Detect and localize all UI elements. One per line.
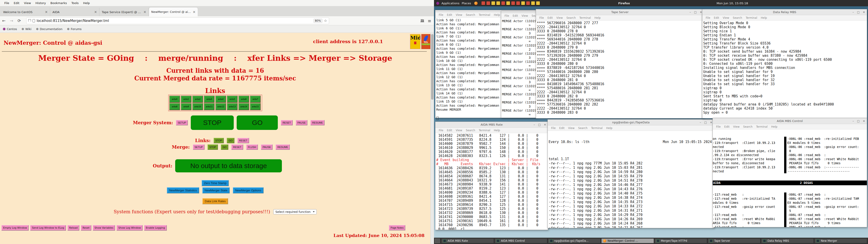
- terminal-menu-item[interactable]: Terminal: [754, 125, 769, 129]
- tray-app-icon[interactable]: [491, 1, 495, 5]
- merge-go-button[interactable]: GO: [221, 144, 228, 150]
- close-icon[interactable]: ✕: [544, 123, 546, 126]
- terminal-menu-item[interactable]: Edit: [723, 125, 731, 129]
- tab-close-icon[interactable]: ×: [193, 10, 195, 14]
- terminal-menu-item[interactable]: File: [503, 14, 510, 18]
- forward-icon[interactable]: →: [8, 18, 16, 23]
- terminal-menu-item[interactable]: Search: [464, 128, 477, 132]
- terminal-menu-item[interactable]: View: [454, 128, 464, 132]
- terminal-menu-item[interactable]: Edit: [445, 128, 454, 132]
- url-bar[interactable]: localhost:8115/NewMerger/NewMerger.tml 8…: [26, 18, 329, 24]
- menu-item[interactable]: Help: [81, 1, 92, 5]
- system-functions-select[interactable]: Select required function: [273, 209, 317, 214]
- terminal-menu-item[interactable]: Terminal: [578, 16, 592, 20]
- terminal-menu-item[interactable]: Terminal: [744, 16, 759, 20]
- taskbar-item[interactable]: AIDA MBS Rate: [441, 238, 494, 243]
- minimize-icon[interactable]: –: [700, 121, 701, 124]
- distro-menu-icon[interactable]: [436, 2, 439, 5]
- merger-reset-button[interactable]: RESET: [281, 120, 293, 125]
- terminal-menu-item[interactable]: Search: [565, 16, 577, 20]
- aida-link-button[interactable]: aida10: [193, 103, 203, 110]
- minimize-icon[interactable]: –: [852, 11, 854, 14]
- bookmark-documentation[interactable]: ⊕ Documentation: [36, 27, 62, 31]
- terminal-menu-item[interactable]: Help: [759, 16, 769, 20]
- merge-pause-button[interactable]: PAUSE: [261, 144, 273, 150]
- minimize-icon[interactable]: –: [852, 120, 854, 123]
- library-icon[interactable]: [421, 19, 424, 22]
- terminal-menu-item[interactable]: View: [555, 16, 564, 20]
- newmerger-state-button[interactable]: NewMerger State: [202, 187, 230, 193]
- log-control-button[interactable]: Show Log Window: [116, 225, 143, 231]
- hamburger-menu-icon[interactable]: ≡: [428, 18, 431, 23]
- menu-item[interactable]: Bookmarks: [49, 1, 69, 5]
- titlebar[interactable]: npg@aidas-gsi:/TapeData –□✕: [548, 120, 714, 125]
- tray-app-icon[interactable]: [526, 1, 530, 5]
- terminal-menu-item[interactable]: Edit: [445, 13, 454, 17]
- terminal-menu-item[interactable]: View: [732, 125, 741, 129]
- scrollbar-thumb[interactable]: [431, 34, 434, 100]
- shield-icon[interactable]: [28, 19, 31, 22]
- maximize-icon[interactable]: □: [857, 11, 860, 14]
- terminal-menu-item[interactable]: View: [721, 16, 731, 20]
- terminal-menu-item[interactable]: Help: [604, 126, 614, 130]
- merge-resume-button[interactable]: RESUME: [276, 144, 290, 150]
- menu-item[interactable]: View: [22, 1, 33, 5]
- aida-link-button[interactable]: aida14: [239, 103, 249, 110]
- taskbar-item[interactable]: npg@aidas-gsi:/TapeDa...: [548, 238, 600, 243]
- applications-menu[interactable]: Applications: [441, 2, 459, 5]
- terminal-menu-item[interactable]: Terminal: [590, 126, 604, 130]
- tray-app-icon[interactable]: [501, 1, 505, 5]
- log-control-button[interactable]: Empty Log Window: [1, 225, 29, 231]
- taskbar-item[interactable]: NewMerger: Control ...: [601, 238, 654, 243]
- menu-item[interactable]: File: [2, 1, 11, 5]
- back-icon[interactable]: ←: [0, 18, 8, 23]
- taskbar-item[interactable]: Data Relay MBS: [761, 238, 814, 243]
- maximize-icon[interactable]: □: [857, 120, 860, 123]
- titlebar[interactable]: Tape Server –□✕: [536, 9, 704, 15]
- terminal-menu-item[interactable]: View: [454, 13, 464, 17]
- aida-link-button[interactable]: aida5: [227, 96, 238, 102]
- titlebar[interactable]: Data Relay MBS –□✕: [702, 9, 867, 15]
- terminal-menu-item[interactable]: File: [704, 16, 712, 20]
- aida-link-button[interactable]: aida6: [239, 96, 249, 102]
- minimize-icon[interactable]: –: [690, 11, 691, 14]
- taskbar-item[interactable]: New Merger: [814, 238, 867, 243]
- browser-tab[interactable]: Welcome to CentOS×: [1, 8, 50, 16]
- browser-tab[interactable]: Tape Service (Expert) @ aidas×: [99, 8, 149, 16]
- terminal-menu-item[interactable]: View: [566, 126, 576, 130]
- terminal-menu-item[interactable]: Help: [770, 125, 779, 129]
- links-go-button[interactable]: GO: [227, 138, 234, 143]
- show-desktop-icon[interactable]: [435, 239, 440, 243]
- close-icon[interactable]: ✕: [710, 121, 712, 124]
- aida-link-button[interactable]: aida12: [216, 103, 226, 110]
- bookmark-forums[interactable]: ⊕ Forums: [67, 27, 82, 31]
- aida-link-button[interactable]: aida9: [181, 103, 191, 110]
- maximize-icon[interactable]: □: [538, 123, 541, 126]
- terminal-menu-item[interactable]: Edit: [546, 16, 554, 20]
- menu-item[interactable]: History: [33, 1, 48, 5]
- menu-item[interactable]: Edit: [12, 1, 22, 5]
- titlebar[interactable]: AIDA MBS Control –□✕: [713, 118, 867, 124]
- aida-link-button[interactable]: aida15: [250, 103, 260, 110]
- aida-link-button[interactable]: aida13: [227, 103, 238, 110]
- taskbar-item[interactable]: AIDA MBS Control: [495, 238, 547, 243]
- places-menu[interactable]: Places: [462, 2, 471, 5]
- tab-close-icon[interactable]: ×: [94, 10, 97, 14]
- aida-link-button[interactable]: aida2: [193, 96, 203, 102]
- terminal-menu-item[interactable]: Edit: [558, 126, 566, 130]
- reload-icon[interactable]: ⟳: [16, 18, 23, 23]
- log-control-button[interactable]: Reset: [81, 225, 91, 231]
- bookmark-wiki[interactable]: ⊕ Wiki: [22, 27, 31, 31]
- aida-link-button[interactable]: aida3: [204, 96, 215, 102]
- terminal-menu-item[interactable]: View: [520, 14, 529, 18]
- minimize-icon[interactable]: –: [534, 123, 535, 126]
- tray-app-icon[interactable]: [516, 1, 520, 5]
- terminal-menu-item[interactable]: Edit: [712, 16, 721, 20]
- merge-stop-button[interactable]: STOP: [208, 144, 218, 150]
- aida-link-button[interactable]: aida11: [204, 103, 215, 110]
- terminal-menu-item[interactable]: Terminal: [477, 13, 492, 17]
- terminal-menu-item[interactable]: File: [550, 126, 557, 130]
- aida-link-button[interactable]: aida7: [250, 96, 260, 102]
- merge-setup-button[interactable]: SETUP: [193, 144, 205, 150]
- tray-app-icon[interactable]: [481, 1, 485, 5]
